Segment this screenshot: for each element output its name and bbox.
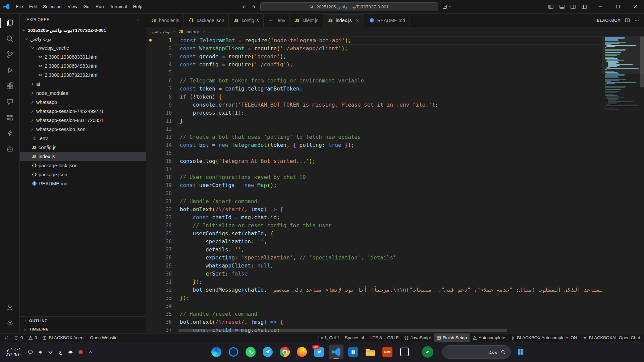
taskbar-app-emblem-icon[interactable] [420,345,435,359]
tab-package.json[interactable]: {}package.json [184,14,229,27]
errors[interactable]: 0 [11,334,25,342]
line-number[interactable]: 13 [154,133,172,141]
taskbar-app-vscode-icon[interactable] [329,345,343,359]
chevron-up-icon[interactable] [86,346,96,358]
line-number[interactable]: 6 [154,77,172,85]
tree-item-whatsapp-session-7452499721[interactable]: whatsapp-session-7452499721 [20,107,146,116]
forward-arrow-icon[interactable] [251,4,256,10]
code-line[interactable]: 16console.log('Telegram AI Bot started..… [146,157,602,165]
menu-go[interactable]: Go [80,2,93,11]
tree-item-.env[interactable]: .env [20,134,146,143]
line-number[interactable]: 37 [154,326,172,333]
code-line[interactable]: 15 [146,149,602,157]
section-timeline[interactable]: TIMELINE [20,325,146,333]
close-button[interactable] [627,0,644,13]
panel-right-icon[interactable] [570,4,576,10]
code-line[interactable]: 21// Handle /start command [146,197,602,205]
horizontal-scrollbar[interactable] [178,329,507,332]
account-icon[interactable] [0,300,19,315]
menu-file[interactable]: File [13,2,26,11]
breadcrumb-item-index.js[interactable]: JSindex.js [178,29,200,34]
menu-help[interactable]: Help [130,2,145,11]
tree-item-item[interactable]: بوت واتس [20,34,146,43]
tree-item-2.3000.1030732392.html[interactable]: <>2.3000.1030732392.html [20,70,146,79]
tree-item-ai[interactable]: ai [20,79,146,88]
language-indicator[interactable]: ع [55,346,65,358]
cloud-icon[interactable] [65,346,75,358]
indentation[interactable]: Spaces: 4 [342,334,367,342]
tab-config.js[interactable]: JSconfig.js [229,14,263,27]
line-number[interactable]: 23 [154,214,172,222]
code-line[interactable]: 14const bot = new TelegramBot(token, { p… [146,141,602,149]
run-and-debug-icon[interactable] [0,62,19,78]
line-number[interactable]: 19 [154,181,172,189]
taskbar-search[interactable]: بحث [442,345,511,359]
taskbar-app-telegram-icon[interactable] [260,345,275,359]
taskbar-app-chrome-icon[interactable] [277,345,292,359]
code-line[interactable]: 24 // Initialize or reset config for thi… [146,222,602,230]
code-line[interactable]: 23 const chatId = msg.chat.id; [146,214,602,222]
speaker-icon[interactable] [35,346,45,358]
code-line[interactable]: 32 bot.sendMessage(chatId, 'مرحباً! أنا … [146,286,602,294]
tree-item-2.3000.1030694983.html[interactable]: <>2.3000.1030694983.html [20,61,146,70]
cursor-position[interactable]: Ln 1, Col 1 [316,334,342,342]
line-number[interactable]: 26 [154,238,172,246]
code-line[interactable]: 18// User configurations keyed by chat I… [146,173,602,181]
menu-view[interactable]: View [65,2,80,11]
code-line[interactable]: 27 details: '', [146,246,602,254]
back-arrow-icon[interactable] [241,4,247,10]
tab-.env[interactable]: .env [264,14,290,27]
explorer-more-actions-icon[interactable] [136,17,141,22]
tree-item-2.3000.1030683301.html[interactable]: <>2.3000.1030683301.html [20,52,146,61]
line-number[interactable]: 33 [154,294,172,302]
line-number[interactable]: 27 [154,246,172,254]
start-button[interactable] [513,345,528,359]
line-number[interactable]: 2 [154,45,172,53]
more-actions-icon[interactable] [634,18,639,23]
line-number[interactable]: 32 [154,286,172,294]
line-number[interactable]: 11 [154,117,172,125]
autocomplete[interactable]: Autocomplete [470,334,508,342]
code-line[interactable]: 33}); [146,294,602,302]
tree-item-.wwebjs_cache[interactable]: .wwebjs_cache [20,43,146,52]
line-number[interactable]: 22 [154,205,172,214]
blackbox-autocomplete[interactable]: BLACKBOX Autocomplete: ON [508,334,580,342]
line-number[interactable]: 10 [154,109,172,117]
encoding[interactable]: UTF-8 [367,334,385,342]
line-number[interactable]: 28 [154,254,172,262]
wifi-icon[interactable] [45,346,55,358]
lightbulb-icon[interactable] [148,38,153,43]
vertical-scrollbar[interactable] [640,37,644,87]
comment-icon[interactable] [25,346,35,358]
taskbar-app-whatsapp-icon[interactable] [243,345,258,359]
language-mode[interactable]: {}JavaScript [401,334,433,342]
minimap[interactable] [602,36,644,333]
code-line[interactable]: 26 specialization: '', [146,238,602,246]
eol[interactable]: CRLF [384,334,401,342]
chat-icon[interactable] [0,94,19,110]
code-line[interactable]: 35// Handle /reset command [146,310,602,318]
line-number[interactable]: 29 [154,262,172,270]
tab-handler.js[interactable]: JShandler.js [146,14,184,27]
code-line[interactable]: 4const config = require('./config'); [146,61,602,69]
tree-item-node_modules[interactable]: node_modules [20,88,146,98]
taskbar-app-mail-icon[interactable]: 196 [312,345,326,359]
menu-terminal[interactable]: Terminal [107,2,130,11]
taskbar-app-edge-icon[interactable] [209,345,224,359]
agent-icon[interactable] [0,141,19,157]
line-number[interactable]: 14 [154,141,172,149]
tree-item-whatsapp-session.json[interactable]: whatsapp-session.json [20,125,146,134]
code-line[interactable]: 6// Telegram bot token from config or en… [146,77,602,85]
code-line[interactable]: 1const TelegramBot = require('node-teleg… [146,37,602,45]
tab-readme.md[interactable]: iREADME.md [364,14,410,27]
taskbar-app-store-icon[interactable] [346,345,361,359]
line-number[interactable]: 24 [154,222,172,230]
line-number[interactable]: 16 [154,157,172,165]
power-icon[interactable] [0,125,19,141]
panel-bottom-icon[interactable] [559,4,565,10]
remote-indicator[interactable] [1,334,11,342]
layout-dropdown[interactable] [442,4,452,9]
tree-item-whatsapp-session-8311720851[interactable]: whatsapp-session-8311720851 [20,116,146,125]
section-outline[interactable]: OUTLINE [20,316,146,325]
tree-item-whatsapp[interactable]: whatsapp [20,98,146,107]
